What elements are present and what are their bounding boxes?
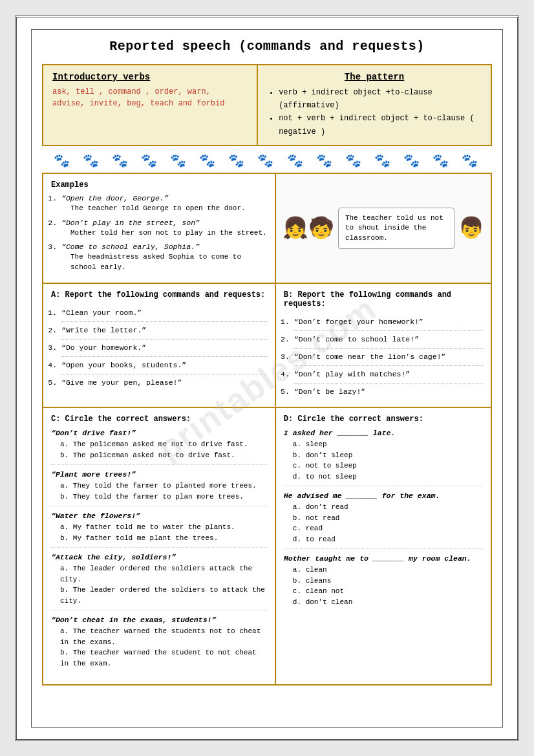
- section-b-title: B: Report the following commands and req…: [284, 290, 483, 308]
- speech-bubble: The teacher told us not to shout inside …: [338, 208, 454, 249]
- example-q-2: “Don’t play in the street, son”: [61, 218, 267, 228]
- example-a-2: Mother told her son not to play in the s…: [61, 228, 267, 238]
- section-d-q-3: Mother taught me to _______ my room clea…: [284, 554, 483, 563]
- page-title: Reported speech (commands and requests): [42, 39, 492, 54]
- section-c-item-4: “Attack the city, soldiers!” a. The lead…: [51, 553, 267, 610]
- section-d-item-2: He advised me _______ for the exam. a. d…: [284, 491, 483, 549]
- section-c-opts-1: a. The policeman asked me not to drive f…: [51, 439, 267, 460]
- section-d-q-2: He advised me _______ for the exam.: [284, 491, 483, 500]
- cd-row: C: Circle the correct answers: “Don’t dr…: [43, 408, 491, 684]
- pattern-bullet-1: verb + indirect object +to-clause (affir…: [279, 86, 482, 113]
- examples-right: 👧🧒 The teacher told us not to shout insi…: [276, 174, 491, 283]
- the-pattern-box: The pattern verb + indirect object +to-c…: [258, 65, 491, 146]
- section-c-opt-3b: b. My father told me plant the trees.: [60, 533, 267, 544]
- examples-title: Examples: [51, 180, 267, 189]
- section-d-opt-2b: b. not read: [293, 513, 483, 524]
- cartoon-children-icon: 👧🧒: [283, 215, 334, 241]
- section-c-opt-2a: a. They told the farmer to planted more …: [60, 481, 267, 491]
- section-a-item-1: “Clean your room.”: [61, 305, 267, 322]
- section-c-list: “Don’t drive fast!” a. The policeman ask…: [51, 429, 267, 673]
- section-c-q-5: “Don’t cheat in the exams, students!”: [51, 616, 267, 624]
- section-b: B: Report the following commands and req…: [276, 284, 491, 407]
- section-b-item-3: “Don’t come near the lion’s cage!”: [294, 349, 483, 366]
- section-d-opt-2d: d. to read: [293, 534, 483, 545]
- section-d-opt-3a: a. clean: [293, 565, 483, 576]
- section-c-opt-1a: a. The policeman asked me not to drive f…: [60, 439, 267, 450]
- example-q-3: “Come to school early, Sophia.”: [61, 242, 267, 252]
- section-d-opt-1d: d. to not sleep: [293, 471, 483, 482]
- example-q-1: “Open the door, George.”: [61, 193, 267, 204]
- section-a-item-4: “Open your books, students.”: [61, 357, 267, 374]
- section-d-opt-2a: a. don’t read: [293, 502, 483, 513]
- section-a-item-3: “Do your homework.”: [61, 340, 267, 357]
- section-d-item-1: I asked her _______ late. a. sleep b. do…: [284, 429, 483, 486]
- page-inner: printables.com Reported speech (commands…: [31, 29, 503, 728]
- section-c: C: Circle the correct answers: “Don’t dr…: [43, 408, 276, 684]
- section-d-opt-3c: c. clean not: [293, 586, 483, 597]
- section-b-item-2: “Don’t come to school late!”: [294, 331, 483, 349]
- examples-left: Examples “Open the door, George.” The te…: [43, 174, 276, 283]
- main-grid: Examples “Open the door, George.” The te…: [42, 173, 492, 686]
- section-c-q-4: “Attack the city, soldiers!”: [51, 553, 267, 561]
- examples-list: “Open the door, George.” The teacher tol…: [51, 193, 267, 272]
- section-d-list: I asked her _______ late. a. sleep b. do…: [284, 429, 483, 611]
- ab-row: A: Report the following commands and req…: [43, 284, 491, 408]
- section-d-title: D: Circle the correct answers:: [284, 415, 483, 424]
- section-a-list: “Clean your room.” “Write the letter.” “…: [51, 305, 267, 391]
- section-c-opt-3a: a. My father told me to water the plants…: [60, 522, 267, 533]
- section-c-item-2: “Plant more trees!” a. They told the far…: [51, 470, 267, 506]
- section-c-opt-2b: b. They told the farmer to plan more tre…: [60, 491, 267, 502]
- section-b-item-1: “Don’t forget your homework!”: [294, 314, 483, 331]
- cartoon-boy-icon: 👦: [458, 215, 484, 241]
- section-c-title: C: Circle the correct answers:: [51, 415, 267, 424]
- section-a: A: Report the following commands and req…: [43, 284, 276, 407]
- section-c-opts-3: a. My father told me to water the plants…: [51, 522, 267, 543]
- section-d-opt-1b: b. don’t sleep: [293, 450, 483, 461]
- section-d-opt-2c: c. read: [293, 523, 483, 534]
- section-d-opt-1c: c. not to sleep: [293, 460, 483, 471]
- section-c-opt-5a: a. The teacher warned the students not t…: [60, 626, 267, 647]
- section-b-list: “Don’t forget your homework!” “Don’t com…: [284, 314, 483, 400]
- intro-verbs-heading: Introductory verbs: [52, 72, 248, 82]
- section-d-opts-2: a. don’t read b. not read c. read d. to …: [284, 502, 483, 545]
- section-d-opts-1: a. sleep b. don’t sleep c. not to sleep …: [284, 439, 483, 482]
- section-c-opts-2: a. They told the farmer to planted more …: [51, 481, 267, 502]
- section-d-opt-3b: b. cleans: [293, 576, 483, 587]
- top-section: Introductory verbs ask, tell , command ,…: [42, 64, 492, 147]
- section-d-opts-3: a. clean b. cleans c. clean not d. don’t…: [284, 565, 483, 607]
- section-b-item-4: “Don’t play with matches!”: [294, 366, 483, 383]
- intro-verbs-box: Introductory verbs ask, tell , command ,…: [43, 65, 258, 146]
- section-d-q-1: I asked her _______ late.: [284, 429, 483, 437]
- section-c-q-1: “Don’t drive fast!”: [51, 429, 267, 437]
- the-pattern-list: verb + indirect object +to-clause (affir…: [267, 86, 482, 139]
- section-c-item-5: “Don’t cheat in the exams, students!” a.…: [51, 616, 267, 673]
- section-c-opt-4b: b. The leader ordered the soldiers to at…: [60, 585, 267, 606]
- intro-verbs-text: ask, tell , command , order, warn, advis…: [52, 86, 248, 109]
- examples-row: Examples “Open the door, George.” The te…: [43, 174, 491, 284]
- example-item-2: “Don’t play in the street, son” Mother t…: [61, 218, 267, 238]
- section-a-item-5: “Give me your pen, please!”: [61, 374, 267, 391]
- section-c-item-3: “Water the flowers!” a. My father told m…: [51, 512, 267, 548]
- section-c-opts-4: a. The leader ordered the soldiers attac…: [51, 563, 267, 606]
- section-d-opt-3d: d. don’t clean: [293, 597, 483, 608]
- section-c-opt-4a: a. The leader ordered the soldiers attac…: [60, 563, 267, 585]
- section-c-opt-1b: b. The policeman asked not to drive fast…: [60, 450, 267, 461]
- section-d-opt-1a: a. sleep: [293, 439, 483, 450]
- section-a-item-2: “Write the letter.”: [61, 322, 267, 340]
- example-a-3: The headmistress asked Sophia to come to…: [61, 252, 267, 272]
- section-c-opts-5: a. The teacher warned the students not t…: [51, 626, 267, 669]
- page: printables.com Reported speech (commands…: [15, 16, 519, 741]
- section-d-item-3: Mother taught me to _______ my room clea…: [284, 554, 483, 611]
- section-c-opt-5b: b. The teacher warned the student to not…: [60, 647, 267, 669]
- section-c-q-2: “Plant more trees!”: [51, 470, 267, 479]
- the-pattern-heading: The pattern: [267, 72, 482, 82]
- example-item-3: “Come to school early, Sophia.” The head…: [61, 242, 267, 272]
- section-c-q-3: “Water the flowers!”: [51, 512, 267, 520]
- divider-row: 🐾 🐾 🐾 🐾 🐾 🐾 🐾 🐾 🐾 🐾 🐾 🐾 🐾 🐾 🐾: [42, 153, 492, 169]
- section-a-title: A: Report the following commands and req…: [51, 290, 267, 299]
- section-b-item-5: “Don’t be lazy!”: [294, 383, 483, 400]
- example-item-1: “Open the door, George.” The teacher tol…: [61, 193, 267, 213]
- pattern-bullet-2: not + verb + indirect object + to-clause…: [279, 112, 482, 138]
- section-c-item-1: “Don’t drive fast!” a. The policeman ask…: [51, 429, 267, 465]
- example-a-1: The teacher told George to open the door…: [61, 204, 267, 213]
